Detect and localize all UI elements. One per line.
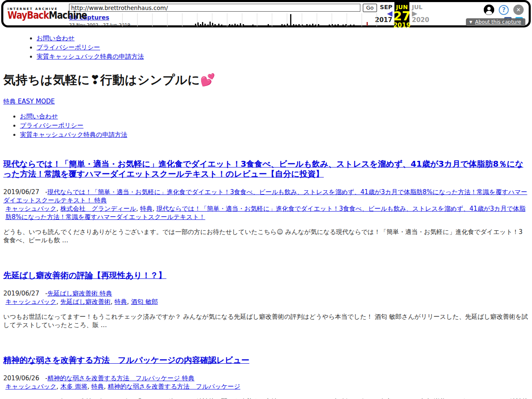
capture-bar: [350, 25, 351, 26]
tag-link[interactable]: 株式会社 グランディール: [60, 205, 136, 212]
go-button[interactable]: Go: [363, 4, 377, 12]
capture-bar: [306, 24, 308, 26]
current-month-column: JUN 27 2019: [394, 2, 409, 25]
help-icon[interactable]: ?: [499, 5, 509, 15]
next-year-label: 2020: [412, 17, 429, 23]
capture-bar: [232, 25, 233, 26]
date-separator: -: [39, 374, 47, 382]
prev-month-column[interactable]: SEP ◀ 2017: [377, 3, 394, 25]
tag-link[interactable]: キャッシュバック: [5, 298, 57, 305]
article-date: 2019/06/26: [3, 374, 39, 382]
prev-year-label: 2017: [375, 17, 392, 23]
tag-link[interactable]: 特典: [91, 383, 104, 390]
article-excerpt: いつもお世話になってますー！もうこれチェック済みですか？ みんなが気になる先延ば…: [3, 313, 529, 329]
capture-bar: [284, 25, 285, 26]
article-tags: キャッシュバック, 木多 崇将, 特典, 精神的な弱さを改善する方法 フルパッケ…: [3, 382, 529, 391]
tag-link[interactable]: 木多 崇将: [60, 383, 87, 390]
site-title: 気持ちは気軽に❣行動はシンプルに💕: [3, 72, 529, 89]
current-day-label: 27: [393, 10, 411, 22]
tag-link[interactable]: キャッシュバック: [5, 383, 57, 390]
tag-link[interactable]: 特典: [115, 298, 127, 305]
date-separator: -: [39, 290, 47, 297]
capture-bar: [312, 24, 313, 26]
capture-bar: [221, 25, 222, 26]
wayback-machine-logo: WayBackMachine: [7, 11, 69, 21]
capture-bar: [302, 25, 303, 26]
nav-link[interactable]: 実質キャッシュバック特典の申請方法: [37, 53, 144, 60]
capture-bar: [243, 24, 244, 26]
toolbar-middle: Go 88 captures 23 Nov 2002 - 27 Jun 2019: [69, 3, 377, 25]
profile-icon[interactable]: [484, 5, 494, 15]
capture-bar: [318, 24, 319, 26]
article: 先延ばし癖改善術の評論【再現性あり！？】2019/06/27 -先延ばし癖改善術…: [3, 271, 529, 329]
tag-link[interactable]: キャッシュバック: [5, 205, 57, 212]
url-input[interactable]: [69, 4, 360, 12]
capture-timeline[interactable]: [122, 13, 377, 27]
toolbar-right: ? ✕ f ▼ About this capture: [429, 3, 526, 25]
wayback-toolbar: INTERNET ARCHIVE WayBackMachine Go 88 ca…: [1, 0, 531, 27]
capture-bar: [309, 25, 310, 26]
close-icon[interactable]: ✕: [513, 5, 524, 15]
wayback-logo[interactable]: INTERNET ARCHIVE WayBackMachine: [7, 3, 69, 25]
nav-link[interactable]: 実質キャッシュバック特典の申請方法: [20, 131, 127, 138]
nav-link[interactable]: お問い合わせ: [37, 34, 74, 42]
capture-bar: [293, 24, 294, 26]
tag-link[interactable]: 酒匂 敏郎: [131, 298, 158, 305]
nav-item: お問い合わせ: [37, 34, 529, 42]
easy-mode-link[interactable]: 特典 EASY MODE: [3, 98, 55, 105]
capture-bar: [353, 25, 355, 26]
capture-bar: [252, 25, 254, 26]
article-title-link[interactable]: 現代ならでは！「簡単・適当・お気軽に」進化食でダイエット！3食食べ、ビールも飲み…: [3, 159, 523, 179]
capture-bar: [204, 24, 206, 26]
capture-bar: [335, 25, 336, 26]
article-excerpt: はいこんにちは一目標への進捗どうでしょうか😁 みんなが気になる精神的な弱さを改善…: [3, 397, 529, 399]
capture-bar: [197, 22, 199, 26]
article-meta-link[interactable]: 現代ならでは！「簡単・適当・お気軽に」進化食でダイエット！3食食べ、ビールも飲み…: [3, 188, 527, 204]
nav-item: プライバシーポリシー: [37, 43, 529, 52]
chevron-down-icon: ▼: [469, 20, 472, 24]
capture-bar: [329, 25, 330, 26]
tag-link[interactable]: 先延ばし癖改善術: [60, 298, 111, 305]
article-meta-link[interactable]: 精神的な弱さを改善する方法 フルパッケージ 特典: [47, 374, 195, 382]
article: 現代ならでは！「簡単・適当・お気軽に」進化食でダイエット！3食食べ、ビールも飲み…: [3, 159, 529, 244]
capture-bar: [229, 24, 230, 26]
capture-bar: [218, 24, 219, 26]
capture-bar: [200, 24, 201, 26]
capture-bar: [281, 24, 283, 26]
capture-bar: [337, 24, 339, 26]
nav-item: 実質キャッシュバック特典の申請方法: [20, 131, 529, 139]
capture-bar: [202, 22, 203, 26]
article-tags: キャッシュバック, 株式会社 グランディール, 特典, 現代ならでは！「簡単・適…: [3, 204, 529, 221]
page-content: お問い合わせプライバシーポリシー実質キャッシュバック特典の申請方法 気持ちは気軽…: [0, 34, 532, 399]
next-month-column[interactable]: JUL ▶ 2020: [409, 3, 429, 25]
nav-link[interactable]: プライバシーポリシー: [20, 122, 84, 129]
capture-bar: [240, 23, 241, 26]
article-date: 2019/06/27: [3, 188, 39, 196]
article-meta-link[interactable]: 先延ばし癖改善術 特典: [47, 290, 112, 297]
article-excerpt: どうも、いつも読んでくださりありがとうございます。では一部の方にお待たせしていた…: [3, 228, 529, 244]
current-year-label: 2019: [393, 22, 411, 29]
capture-bar: [209, 22, 211, 26]
capture-bar: [268, 24, 269, 26]
article: 精神的な弱さを改善する方法 フルパッケージの内容確認レビュー2019/06/26…: [3, 355, 529, 399]
article-title-link[interactable]: 先延ばし癖改善術の評論【再現性あり！？】: [3, 271, 166, 280]
capture-month-nav: SEP ◀ 2017 JUN 27 2019 JUL ▶ 2020: [377, 3, 429, 25]
capture-bar: [290, 14, 291, 26]
article-date: 2019/06/27: [3, 290, 39, 297]
article-title-link[interactable]: 精神的な弱さを改善する方法 フルパッケージの内容確認レビュー: [3, 355, 249, 365]
tag-link[interactable]: 精神的な弱さを改善する方法 フルパッケージ: [108, 383, 240, 390]
article-list: 現代ならでは！「簡単・適当・お気軽に」進化食でダイエット！3食食べ、ビールも飲み…: [3, 159, 529, 399]
nav-link[interactable]: プライバシーポリシー: [37, 44, 100, 51]
nav-item: プライバシーポリシー: [20, 121, 529, 130]
nav-link[interactable]: お問い合わせ: [20, 113, 58, 120]
about-this-capture[interactable]: ▼ About this capture: [466, 18, 525, 26]
capture-bar: [212, 23, 213, 26]
tag-link[interactable]: 特典: [140, 205, 153, 212]
capture-bar: [195, 24, 196, 26]
capture-bar: [298, 24, 300, 26]
capture-bar: [287, 24, 288, 26]
capture-bar: [315, 25, 316, 26]
article-tags: キャッシュバック, 先延ばし癖改善術, 特典, 酒匂 敏郎: [3, 298, 529, 306]
nav-item: 実質キャッシュバック特典の申請方法: [37, 52, 529, 61]
capture-bar: [237, 25, 238, 26]
